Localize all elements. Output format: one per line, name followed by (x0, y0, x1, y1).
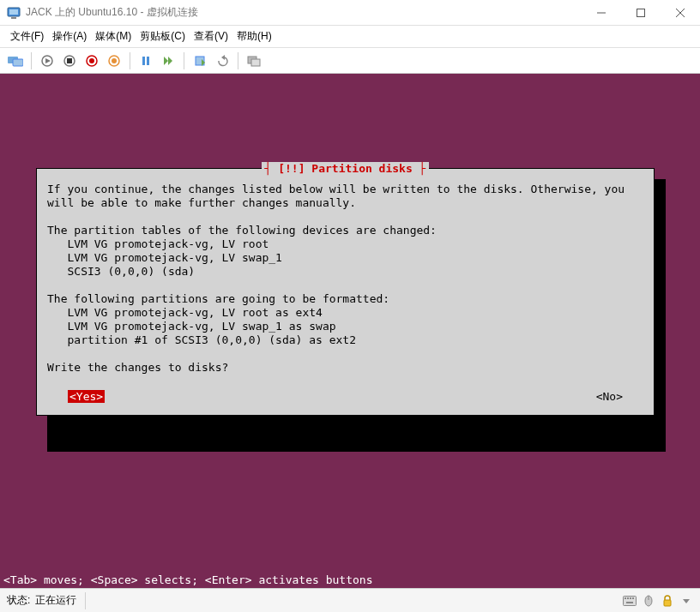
statusbar: 状态: 正在运行 (0, 588, 700, 612)
svg-marker-20 (168, 57, 172, 65)
vm-display[interactable]: ┤ [!!] Partition disks ├ If you continue… (0, 74, 700, 588)
checkpoint-button[interactable] (191, 52, 208, 69)
lock-icon (661, 594, 674, 608)
keyboard-icon (623, 594, 637, 608)
revert-button[interactable] (214, 52, 231, 69)
mouse-icon (642, 594, 655, 608)
status-value: 正在运行 (35, 593, 76, 608)
menubar: 文件(F) 操作(A) 媒体(M) 剪贴板(C) 查看(V) 帮助(H) (0, 26, 700, 48)
dialog-body: If you continue, the changes listed belo… (47, 183, 643, 375)
ctrl-alt-del-button[interactable] (7, 52, 24, 69)
status-label: 状态: (7, 593, 30, 608)
svg-marker-35 (683, 599, 690, 603)
titlebar-text: JACK 上的 Ubuntu16.10 - 虚拟机连接 (26, 5, 582, 20)
svg-marker-23 (221, 55, 225, 60)
svg-marker-19 (164, 57, 168, 65)
svg-rect-30 (632, 597, 634, 599)
app-icon (7, 6, 21, 20)
menu-action[interactable]: 操作(A) (52, 29, 87, 44)
shutdown-button[interactable] (83, 52, 100, 69)
menu-help[interactable]: 帮助(H) (237, 29, 272, 44)
svg-rect-1 (9, 9, 18, 15)
svg-rect-2 (11, 17, 16, 19)
partition-dialog: ┤ [!!] Partition disks ├ If you continue… (36, 168, 655, 416)
reset-button[interactable] (160, 52, 177, 69)
pause-button[interactable] (137, 52, 154, 69)
dialog-title: ┤ [!!] Partition disks ├ (262, 162, 430, 175)
svg-rect-34 (664, 600, 671, 606)
menu-file[interactable]: 文件(F) (10, 29, 44, 44)
save-button[interactable] (106, 52, 123, 69)
menu-view[interactable]: 查看(V) (194, 29, 228, 44)
titlebar: JACK 上的 Ubuntu16.10 - 虚拟机连接 (0, 0, 700, 26)
menu-media[interactable]: 媒体(M) (95, 29, 131, 44)
svg-rect-27 (625, 597, 626, 599)
enhanced-session-button[interactable] (245, 52, 262, 69)
svg-rect-18 (147, 57, 149, 65)
svg-marker-10 (45, 58, 51, 63)
toolbar (0, 48, 700, 74)
turnoff-button[interactable] (61, 52, 78, 69)
yes-button[interactable]: <Yes> (68, 390, 105, 403)
svg-point-16 (112, 58, 117, 63)
menu-clipboard[interactable]: 剪贴板(C) (140, 29, 185, 44)
no-button[interactable]: <No> (596, 390, 623, 403)
svg-rect-4 (637, 9, 645, 16)
svg-point-14 (89, 58, 94, 63)
svg-rect-29 (630, 597, 631, 599)
minimize-button[interactable] (582, 0, 621, 26)
svg-rect-31 (626, 602, 633, 603)
svg-rect-28 (627, 597, 629, 599)
svg-rect-8 (13, 59, 23, 66)
maximize-button[interactable] (621, 0, 661, 26)
keyboard-hint: <Tab> moves; <Space> selects; <Enter> ac… (0, 572, 700, 588)
svg-rect-17 (142, 57, 145, 65)
svg-rect-25 (251, 59, 260, 66)
start-button[interactable] (39, 52, 56, 69)
close-button[interactable] (661, 0, 700, 26)
chevron-down-icon[interactable] (679, 594, 693, 608)
svg-rect-12 (67, 58, 72, 63)
